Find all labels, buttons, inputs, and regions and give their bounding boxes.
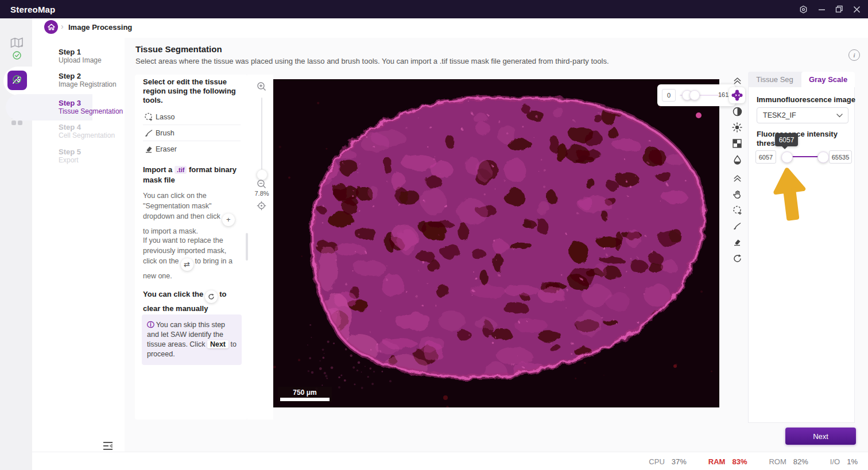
lasso-add-icon[interactable] — [729, 202, 745, 218]
io-stat: I/O1% — [830, 457, 858, 466]
title-bar: StereoMap — [0, 0, 868, 18]
note-info-icon: ⓘ — [147, 321, 156, 329]
restore-icon[interactable] — [831, 0, 848, 18]
info-icon[interactable]: i — [848, 49, 860, 61]
scale-bar-label: 750 μm — [293, 389, 316, 397]
pan-hand-icon[interactable] — [729, 186, 745, 202]
step-done-icon — [13, 51, 21, 60]
step-done-icon — [13, 75, 21, 84]
app-window: StereoMap › Image Processing Step 1 Uplo… — [0, 0, 868, 470]
tif-badge: .tif — [175, 166, 187, 174]
chevron-down-icon — [836, 114, 843, 118]
saturation-icon[interactable] — [729, 152, 745, 168]
brush-tool-button[interactable]: Brush — [143, 125, 241, 141]
sidebar-item-step3[interactable]: Step 3 Tissue Segmentation — [59, 99, 123, 115]
sidebar-item-step5[interactable]: Step 5 Export — [59, 147, 81, 164]
sidebar-item-step2[interactable]: Step 2 Image Registration — [59, 72, 117, 88]
collapse-panel-icon[interactable] — [102, 441, 114, 452]
zoom-in-icon[interactable] — [257, 81, 267, 92]
import-help-text: You can click on the "Segmentation mask"… — [143, 191, 241, 236]
zoom-slider-track[interactable] — [261, 98, 262, 172]
cpu-stat: CPU37% — [649, 457, 686, 466]
if-image-label: Immunofluorescence image — [757, 95, 855, 104]
threshold-max-input[interactable]: 65535 — [829, 150, 852, 164]
breadcrumb: Image Processing — [68, 23, 132, 32]
fit-view-icon[interactable] — [257, 201, 267, 211]
color-adjust-icon[interactable] — [729, 87, 745, 103]
reset-icon[interactable] — [729, 250, 745, 266]
tissue-image — [273, 79, 719, 407]
next-word-chip: Next — [207, 340, 228, 348]
sidebar-item-step4[interactable]: Step 4 Cell Segmentation — [59, 123, 115, 139]
add-mask-icon: + — [222, 213, 235, 226]
status-bar: CPU37% RAM83% ROM82% I/O1% — [32, 452, 868, 470]
tools-intro-text: Select or edit the tissue region using t… — [143, 77, 242, 105]
brush-icon[interactable] — [729, 218, 745, 234]
reset-icon — [205, 290, 218, 303]
scale-bar: 750 μm — [278, 387, 332, 402]
rom-stat: ROM82% — [769, 457, 808, 466]
scrollbar-thumb[interactable] — [246, 233, 248, 261]
zoom-out-icon[interactable] — [257, 179, 267, 189]
lasso-icon — [144, 112, 153, 122]
close-icon[interactable] — [848, 0, 865, 18]
minimize-icon[interactable] — [813, 0, 830, 18]
eraser-tool-button[interactable]: Eraser — [143, 141, 241, 157]
brush-icon — [144, 129, 153, 138]
settings-gear-icon[interactable] — [795, 0, 812, 18]
image-canvas[interactable]: 750 μm — [273, 79, 719, 407]
map-icon[interactable] — [10, 36, 24, 50]
ram-stat: RAM83% — [708, 457, 747, 466]
tab-gray-scale[interactable]: Gray Scale — [801, 72, 855, 87]
threshold-tooltip: 6057 — [775, 133, 798, 146]
swap-mask-icon: ⇄ — [181, 258, 193, 271]
range-min-input[interactable]: 0 — [662, 89, 676, 102]
eraser-icon[interactable] — [729, 234, 745, 250]
lasso-tool-button[interactable]: Lasso — [143, 109, 241, 125]
checkerboard-icon[interactable] — [729, 135, 745, 152]
collapse-icon[interactable] — [729, 170, 745, 186]
zoom-strip — [247, 75, 273, 419]
annotation-arrow — [766, 165, 814, 223]
eraser-icon — [144, 145, 153, 154]
tab-tissue-seg[interactable]: Tissue Seg — [748, 72, 801, 87]
scale-bar-line — [280, 398, 330, 401]
next-button[interactable]: Next — [785, 428, 856, 445]
breadcrumb-separator-icon: › — [61, 22, 64, 31]
range-handle-high[interactable] — [689, 90, 700, 100]
right-panel-tabs: Tissue Seg Gray Scale — [748, 72, 855, 87]
threshold-handle-low[interactable] — [781, 152, 793, 163]
home-icon[interactable] — [44, 20, 58, 34]
page-description: Select areas where the tissue was placed… — [135, 57, 609, 65]
threshold-label: Fluorescence intensity threshold — [757, 130, 848, 148]
app-title: StereoMap — [10, 5, 56, 14]
page-title: Tissue Segmentation — [135, 44, 222, 54]
threshold-handle-high[interactable] — [817, 152, 829, 163]
if-image-select[interactable]: TESK2_IF — [757, 107, 848, 123]
zoom-percent: 7.8% — [253, 190, 271, 197]
intensity-range-panel: 0 16132 — [657, 84, 735, 106]
sidebar-item-step1[interactable]: Step 1 Upload Image — [59, 48, 102, 64]
replace-help-text: If you want to replace the previously im… — [143, 235, 241, 281]
import-heading: Import a .tif format binary mask file — [143, 165, 242, 185]
threshold-min-input[interactable]: 6057 — [755, 150, 776, 164]
brightness-icon[interactable] — [729, 119, 745, 135]
skip-step-note: ⓘ You can skip this step and let SAW ide… — [142, 314, 242, 365]
